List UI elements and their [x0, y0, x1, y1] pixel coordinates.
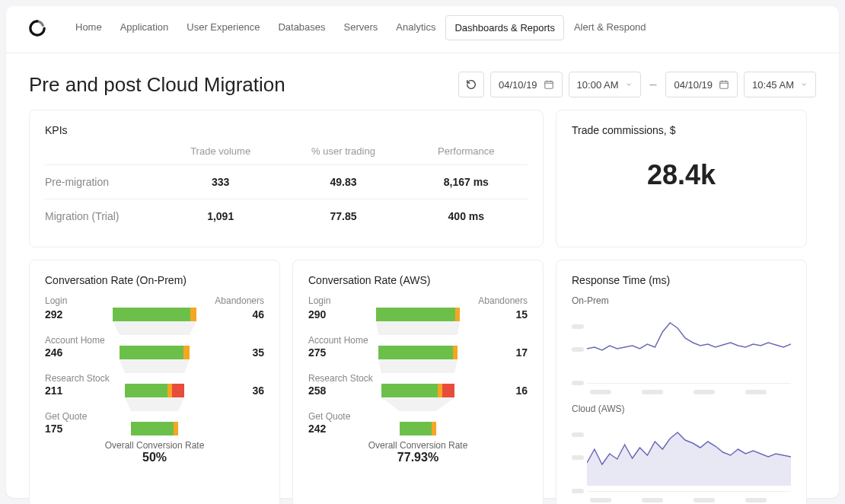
kpi-value: 77.85 — [282, 210, 404, 222]
funnel-bar — [81, 384, 228, 397]
svg-marker-2 — [113, 321, 196, 335]
funnel-step: 27517 — [308, 346, 528, 359]
svg-rect-0 — [544, 81, 553, 88]
funnel-head-right: Abandoners — [215, 295, 264, 306]
range-dash: – — [647, 78, 660, 91]
funnel-abandoner-count: 17 — [497, 346, 528, 359]
rt-chart-label: Cloud (AWS) — [572, 404, 791, 414]
svg-marker-6 — [378, 359, 458, 373]
funnel-abandoner-count: 35 — [234, 346, 264, 359]
nav-item-servers[interactable]: Servers — [336, 15, 387, 40]
nav-item-databases[interactable]: Databases — [269, 15, 333, 40]
svg-marker-3 — [120, 359, 190, 373]
funnel-header: LoginAbandoners — [308, 295, 528, 306]
start-time-value: 10:00 AM — [577, 79, 619, 91]
commissions-value: 28.4k — [572, 145, 791, 200]
logo-icon — [29, 20, 46, 37]
axis-tick — [572, 432, 584, 437]
axis-tick — [745, 498, 767, 502]
kpi-row: Migration (Trial)1,09177.85400 ms — [45, 199, 528, 233]
funnel-connector — [45, 397, 264, 411]
sparkline — [587, 317, 791, 378]
funnel-step-count: 242 — [308, 423, 339, 435]
kpi-row-label: Pre-migration — [45, 176, 159, 188]
funnel-step: 29246 — [45, 308, 264, 321]
baseline — [587, 383, 791, 384]
overall-conv-rate: 77.93% — [308, 451, 528, 464]
funnel-step-label: Get Quote — [308, 411, 528, 422]
funnel-head-left: Login — [308, 295, 330, 306]
response-time-title: Response Time (ms) — [572, 274, 791, 286]
sparkline — [587, 425, 791, 486]
kpi-row: Pre-migration33349.838,167 ms — [45, 165, 528, 199]
funnel-bar — [81, 308, 228, 321]
end-time-value: 10:45 AM — [752, 79, 794, 91]
dashboard-grid: KPIs Trade volume % user trading Perform… — [6, 110, 839, 504]
funnel-bar — [81, 422, 228, 435]
start-time-input[interactable]: 10:00 AM — [569, 72, 641, 97]
funnel-abandoner-count: 46 — [234, 308, 264, 321]
kpi-value: 49.83 — [282, 176, 404, 188]
funnel-step-count: 175 — [45, 423, 75, 435]
funnel-step: 175 — [45, 422, 264, 435]
funnel-connector — [45, 321, 264, 335]
funnel-step-count: 290 — [308, 308, 339, 321]
funnel-connector — [308, 397, 528, 411]
funnel-step-label: Research Stock — [308, 373, 528, 384]
kpi-value: 400 ms — [405, 210, 528, 222]
funnel-head-left: Login — [45, 295, 67, 306]
funnel-bar — [345, 422, 491, 435]
start-date-value: 04/10/19 — [499, 79, 537, 91]
app-shell: HomeApplicationUser ExperienceDatabasesS… — [6, 6, 839, 498]
axis-tick — [572, 455, 584, 460]
svg-marker-7 — [381, 397, 454, 411]
funnel-connector — [308, 321, 528, 335]
datetime-controls: 04/10/19 10:00 AM – 04/10/19 10:45 AM — [458, 72, 816, 97]
nav-item-analytics[interactable]: Analytics — [387, 15, 444, 40]
kpi-row-label: Migration (Trial) — [45, 210, 159, 222]
start-date-input[interactable]: 04/10/19 — [490, 72, 563, 97]
funnel-title: Conversation Rate (AWS) — [308, 274, 528, 286]
nav-item-alert-respond[interactable]: Alert & Respond — [566, 15, 655, 40]
funnel-bar — [345, 384, 491, 397]
chevron-down-icon — [625, 81, 633, 88]
svg-rect-1 — [720, 81, 729, 88]
response-time-card: Response Time (ms) On-PremCloud (AWS) — [556, 260, 807, 504]
funnel-step-label: Account Home — [45, 335, 264, 346]
funnel-connector — [45, 359, 264, 373]
funnel-abandoner-count: 15 — [497, 308, 528, 321]
end-date-input[interactable]: 04/10/19 — [665, 72, 738, 97]
page-header: Pre and post Cloud Migration 04/10/19 10… — [6, 53, 839, 110]
end-time-input[interactable]: 10:45 AM — [744, 72, 816, 97]
nav-item-home[interactable]: Home — [67, 15, 110, 40]
funnel-head-right: Abandoners — [478, 295, 528, 306]
kpi-title: KPIs — [45, 124, 528, 136]
end-date-value: 04/10/19 — [674, 79, 713, 91]
nav-item-user-experience[interactable]: User Experience — [178, 15, 268, 40]
nav-item-dashboards-reports[interactable]: Dashboards & Reports — [445, 15, 564, 40]
funnel-abandoner-count: 36 — [234, 384, 264, 397]
refresh-button[interactable] — [458, 72, 484, 97]
kpi-col: Trade volume — [159, 145, 282, 157]
axis-tick — [642, 390, 663, 394]
funnel-step-label: Account Home — [308, 335, 528, 346]
commissions-card: Trade commissions, $ 28.4k — [556, 110, 807, 247]
kpi-card: KPIs Trade volume % user trading Perform… — [29, 110, 544, 247]
axis-tick — [590, 390, 611, 394]
axis-tick — [590, 498, 611, 502]
axis-tick — [694, 498, 715, 502]
calendar-icon — [719, 79, 729, 90]
funnel-card-onprem: Conversation Rate (On-Prem)LoginAbandone… — [29, 260, 280, 504]
funnel-header: LoginAbandoners — [45, 295, 264, 306]
nav-item-application[interactable]: Application — [112, 15, 177, 40]
funnel-step: 29015 — [308, 308, 528, 321]
axis-tick — [572, 347, 584, 352]
kpi-col: Performance — [405, 145, 528, 157]
funnel-bar — [81, 346, 228, 359]
funnel-step: 21136 — [45, 384, 264, 397]
rt-chart — [572, 419, 791, 502]
baseline — [587, 491, 791, 492]
funnel-step-count: 275 — [308, 346, 339, 359]
funnel-step-count: 258 — [308, 384, 339, 397]
overall-conv-label: Overall Conversion Rate — [308, 440, 528, 451]
